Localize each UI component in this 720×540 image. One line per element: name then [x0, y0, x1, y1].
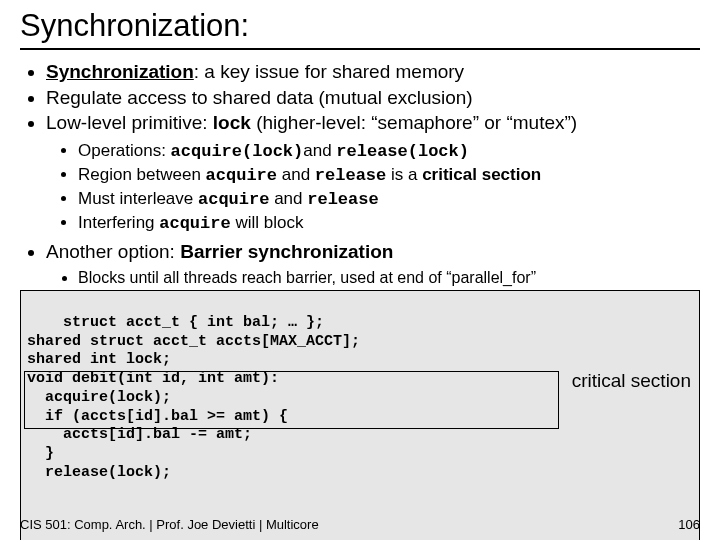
sub-1: Operations: acquire(lock)and release(loc… [78, 140, 700, 164]
bullet-4-b: Barrier synchronization [180, 241, 393, 262]
sub-bullet-list-2: Blocks until all threads reach barrier, … [46, 267, 700, 289]
sub-2-e: is a [386, 165, 422, 184]
bullet-4-a: Another option: [46, 241, 180, 262]
sub-3-b: acquire [198, 190, 269, 209]
bullet-list: Synchronization: a key issue for shared … [20, 60, 700, 288]
bullet-3-post: (higher-level: “semaphore” or “mutex”) [251, 112, 577, 133]
sub-2-b: acquire [206, 166, 277, 185]
bullet-4: Another option: Barrier synchronization … [46, 240, 700, 288]
bullet-3-pre: Low-level primitive: [46, 112, 213, 133]
sub-2: Region between acquire and release is a … [78, 164, 700, 188]
sub-1-b: acquire(lock) [171, 142, 304, 161]
bullet-1-rest: : a key issue for shared memory [194, 61, 464, 82]
sub-2-a: Region between [78, 165, 206, 184]
sub-bullet-list-1: Operations: acquire(lock)and release(loc… [46, 140, 700, 236]
footer-left: CIS 501: Comp. Arch. | Prof. Joe Deviett… [20, 517, 319, 532]
sub-1-d: release(lock) [336, 142, 469, 161]
bullet-3: Low-level primitive: lock (higher-level:… [46, 111, 700, 235]
sub-4-a: Interfering [78, 213, 159, 232]
sub-1-c: and [303, 141, 336, 160]
sub-1-a: Operations: [78, 141, 171, 160]
sub-3-d: release [307, 190, 378, 209]
critical-section-label: critical section [572, 369, 691, 393]
bullet-1: Synchronization: a key issue for shared … [46, 60, 700, 85]
footer: CIS 501: Comp. Arch. | Prof. Joe Deviett… [20, 517, 700, 532]
sub-3-c: and [269, 189, 307, 208]
sub-2-c: and [277, 165, 315, 184]
code-text: struct acct_t { int bal; … }; shared str… [27, 314, 360, 481]
code-block: struct acct_t { int bal; … }; shared str… [20, 290, 700, 540]
bullet-3-lock: lock [213, 112, 251, 133]
title-underline [20, 48, 700, 50]
bullet-1-term: Synchronization [46, 61, 194, 82]
page-number: 106 [678, 517, 700, 532]
sub-3: Must interleave acquire and release [78, 188, 700, 212]
sub-4: Interfering acquire will block [78, 212, 700, 236]
sub-5: Blocks until all threads reach barrier, … [78, 267, 700, 289]
sub-2-d: release [315, 166, 386, 185]
sub-3-a: Must interleave [78, 189, 198, 208]
slide-title: Synchronization: [20, 8, 700, 44]
sub-4-c: will block [231, 213, 304, 232]
bullet-2: Regulate access to shared data (mutual e… [46, 86, 700, 111]
sub-2-f: critical section [422, 165, 541, 184]
sub-4-b: acquire [159, 214, 230, 233]
